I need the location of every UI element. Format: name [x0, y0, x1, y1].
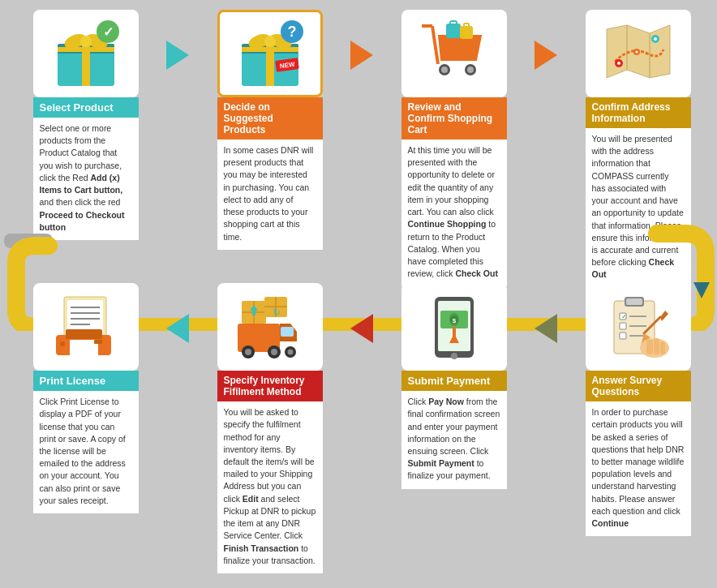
svg-marker-91 [660, 311, 668, 321]
step6-desc: Click Pay Now from the final confirmatio… [401, 391, 507, 489]
svg-point-15 [264, 36, 276, 47]
step8-label: Print License [33, 371, 139, 391]
svg-text:✓: ✓ [621, 313, 627, 320]
bottom-row: Print License Click Print License to dis… [6, 283, 711, 573]
map-icon [603, 21, 674, 86]
svg-rect-95 [660, 341, 665, 354]
svg-point-27 [441, 67, 448, 73]
step-print-license: Print License Click Print License to dis… [6, 283, 165, 513]
step5-label-desc: Answer Survey Questions In order to purc… [586, 371, 691, 536]
payment-icon: $ [423, 293, 486, 362]
step7-label-desc: Specify Inventory Fifilment Method You w… [217, 371, 323, 573]
arrow3-shape [535, 41, 557, 70]
step2-icon-box: NEW ? [217, 10, 323, 97]
step6-icon-box: $ [401, 283, 507, 371]
svg-point-51 [60, 341, 65, 346]
step5-icon-box: ✓ [586, 283, 691, 371]
step1-icon-box: ✓ [33, 10, 139, 97]
svg-rect-94 [654, 338, 659, 354]
printer-icon [49, 293, 122, 362]
arrow-b2-shape [350, 314, 373, 343]
arrow1-shape [166, 41, 189, 70]
step5-label: Answer Survey Questions [586, 371, 691, 401]
svg-rect-54 [281, 327, 294, 337]
step4-label: Confirm Address Information [586, 97, 691, 128]
svg-text:✓: ✓ [102, 25, 113, 39]
arrow2-shape [350, 41, 373, 70]
svg-point-36 [654, 37, 657, 41]
shopping-cart-icon [418, 19, 491, 88]
main-container: ✓ Select Product Select one or more prod… [0, 0, 717, 588]
arrow1 [165, 41, 191, 70]
arrow-b2 [349, 314, 375, 343]
step6-label: Submit Payment [401, 371, 507, 391]
arrow-b3-shape [535, 314, 557, 343]
svg-rect-77 [453, 327, 456, 337]
step1-label: Select Product [33, 97, 139, 118]
svg-text:$: $ [452, 317, 456, 324]
step2-desc: In some cases DNR will present products … [217, 139, 323, 250]
svg-point-58 [271, 349, 277, 355]
svg-rect-3 [58, 47, 114, 52]
svg-rect-25 [464, 24, 469, 28]
step3-label-desc: Review and Confirm Shopping Cart At this… [401, 97, 507, 286]
step-inventory: ↻ Specify Inventory Fifilment Method You… [191, 283, 349, 573]
svg-point-78 [451, 353, 457, 359]
svg-point-60 [287, 349, 293, 354]
svg-rect-87 [620, 333, 626, 339]
svg-rect-48 [66, 329, 102, 339]
gift-question-icon: NEW ? [234, 17, 307, 90]
step3-desc: At this time you will be presented with … [401, 139, 507, 286]
svg-rect-81 [626, 298, 642, 305]
svg-point-38 [635, 51, 638, 54]
svg-rect-93 [646, 340, 653, 354]
step-submit-payment: $ Submit Payment Click Pay Now from the … [375, 283, 533, 489]
step8-icon-box [33, 283, 139, 371]
step7-desc: You will be asked to specify the fulfilm… [217, 401, 323, 573]
gift-check-icon: ✓ [49, 17, 122, 90]
step7-icon-box: ↻ [217, 283, 323, 371]
step4-desc: You will be presented with the address i… [586, 128, 691, 288]
step4-icon-box [586, 10, 691, 97]
svg-text:↻: ↻ [273, 307, 281, 318]
arrow2 [349, 41, 375, 70]
step7-label: Specify Inventory Fifilment Method [217, 371, 323, 401]
svg-line-21 [432, 26, 438, 64]
step6-label-desc: Submit Payment Click Pay Now from the fi… [401, 371, 507, 489]
step2-label-desc: Decide on Suggested Products In some cas… [217, 97, 323, 250]
step3-icon-box [401, 10, 507, 97]
arrow3 [533, 41, 559, 70]
top-row: ✓ Select Product Select one or more prod… [6, 10, 711, 288]
survey-icon: ✓ [602, 293, 675, 362]
svg-rect-85 [620, 323, 626, 329]
step4-label-desc: Confirm Address Information You will be … [586, 97, 691, 288]
svg-text:?: ? [287, 24, 296, 40]
step3-label: Review and Confirm Shopping Cart [401, 97, 507, 139]
step5-desc: In order to purchase certain products yo… [586, 401, 691, 536]
arrow-b1-shape [166, 314, 189, 343]
step-review-cart: Review and Confirm Shopping Cart At this… [375, 10, 533, 286]
truck-boxes-icon: ↻ [234, 293, 307, 362]
step1-desc: Select one or more products from the Pro… [33, 118, 139, 240]
svg-point-34 [617, 62, 620, 65]
svg-rect-68 [252, 311, 255, 315]
svg-point-6 [80, 36, 92, 47]
svg-point-56 [245, 349, 251, 355]
arrow-b3 [533, 314, 559, 343]
step-select-product: ✓ Select Product Select one or more prod… [6, 10, 165, 240]
svg-rect-50 [94, 340, 102, 344]
step-confirm-address: Confirm Address Information You will be … [559, 10, 717, 288]
step-decide-suggested: NEW ? Decide on Suggested Products In so… [191, 10, 349, 250]
svg-rect-49 [70, 340, 98, 356]
step2-label: Decide on Suggested Products [217, 97, 323, 139]
step8-desc: Click Print License to display a PDF of … [33, 391, 139, 513]
svg-rect-12 [242, 47, 298, 52]
step8-label-desc: Print License Click Print License to dis… [33, 371, 139, 513]
arrow-b1 [165, 314, 191, 343]
step-survey: ✓ Answer Survey [559, 283, 717, 536]
step1-label-desc: Select Product Select one or more produc… [33, 97, 139, 240]
svg-point-29 [467, 67, 474, 73]
